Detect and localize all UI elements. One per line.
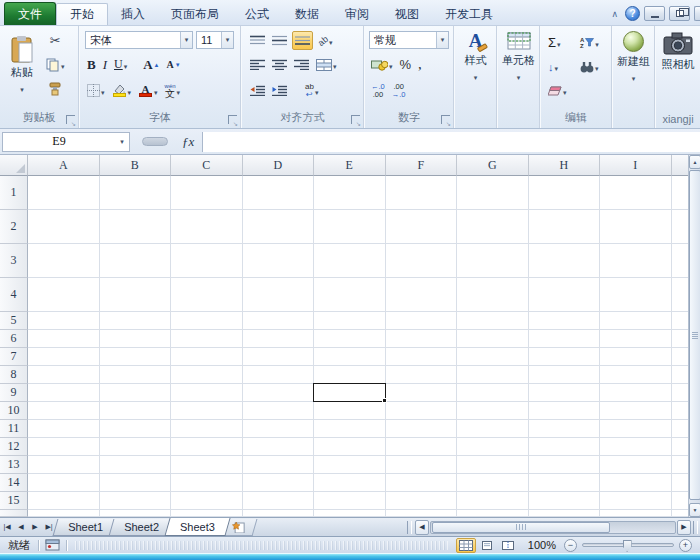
cell-partial[interactable] <box>529 510 601 517</box>
horizontal-scroll-thumb[interactable] <box>432 522 610 533</box>
cell-G12[interactable] <box>457 438 529 456</box>
cell-D9[interactable] <box>243 384 315 402</box>
cell-H7[interactable] <box>529 348 601 366</box>
scroll-up-button[interactable]: ▲ <box>689 155 700 169</box>
tab-view[interactable]: 视图 <box>382 3 432 25</box>
zoom-in-button[interactable]: + <box>679 539 692 552</box>
collapse-ribbon-icon[interactable]: ∧ <box>608 9 621 19</box>
cell-B5[interactable] <box>100 312 172 330</box>
cell-A6[interactable] <box>28 330 100 348</box>
cell-A10[interactable] <box>28 402 100 420</box>
cell-F1[interactable] <box>386 176 458 210</box>
cell-E4[interactable] <box>314 278 386 312</box>
cell-G11[interactable] <box>457 420 529 438</box>
row-header-8[interactable]: 8 <box>0 366 28 384</box>
cell-E8[interactable] <box>314 366 386 384</box>
chevron-down-icon[interactable] <box>180 32 192 48</box>
camera-button[interactable]: 照相机 <box>656 26 700 120</box>
row-header-9[interactable]: 9 <box>0 384 28 402</box>
cell-D5[interactable] <box>243 312 315 330</box>
cell-H5[interactable] <box>529 312 601 330</box>
clipboard-dialog-launcher[interactable] <box>66 115 75 124</box>
cell-G9[interactable] <box>457 384 529 402</box>
cell-B4[interactable] <box>100 278 172 312</box>
row-header-7[interactable]: 7 <box>0 348 28 366</box>
select-all-corner[interactable] <box>0 155 28 176</box>
row-header-12[interactable]: 12 <box>0 438 28 456</box>
cell-partial[interactable] <box>100 510 172 517</box>
row-header-13[interactable]: 13 <box>0 456 28 474</box>
row-header-4[interactable]: 4 <box>0 278 28 312</box>
cell-G13[interactable] <box>457 456 529 474</box>
cell-C15[interactable] <box>171 492 243 510</box>
row-header-10[interactable]: 10 <box>0 402 28 420</box>
cell-I12[interactable] <box>600 438 672 456</box>
cell-partial[interactable] <box>171 510 243 517</box>
cell-E10[interactable] <box>314 402 386 420</box>
cell-E12[interactable] <box>314 438 386 456</box>
cell-F13[interactable] <box>386 456 458 474</box>
tab-formulas[interactable]: 公式 <box>232 3 282 25</box>
minimize-button[interactable] <box>644 6 665 21</box>
cell-C2[interactable] <box>171 210 243 244</box>
cell-B6[interactable] <box>100 330 172 348</box>
cell-I1[interactable] <box>600 176 672 210</box>
cell-E5[interactable] <box>314 312 386 330</box>
cell-C12[interactable] <box>171 438 243 456</box>
paste-button[interactable]: 粘贴 <box>3 30 41 122</box>
cell-B10[interactable] <box>100 402 172 420</box>
cell-F3[interactable] <box>386 244 458 278</box>
cell-E3[interactable] <box>314 244 386 278</box>
cell-I4[interactable] <box>600 278 672 312</box>
scroll-right-button[interactable]: ▶ <box>677 520 691 535</box>
cell-E1[interactable] <box>314 176 386 210</box>
row-header-14[interactable]: 14 <box>0 474 28 492</box>
cell-D13[interactable] <box>243 456 315 474</box>
cell-D8[interactable] <box>243 366 315 384</box>
column-header-A[interactable]: A <box>28 155 100 176</box>
cell-A1[interactable] <box>28 176 100 210</box>
copy-button[interactable] <box>44 55 67 74</box>
cell-H3[interactable] <box>529 244 601 278</box>
cell-C14[interactable] <box>171 474 243 492</box>
cell-B7[interactable] <box>100 348 172 366</box>
cell-C7[interactable] <box>171 348 243 366</box>
cell-partial[interactable] <box>457 510 529 517</box>
zoom-slider-track[interactable] <box>582 543 674 547</box>
cell-A7[interactable] <box>28 348 100 366</box>
cell-F8[interactable] <box>386 366 458 384</box>
previous-sheet-button[interactable]: ◀ <box>14 520 28 535</box>
cell-G10[interactable] <box>457 402 529 420</box>
restore-button[interactable] <box>669 6 690 21</box>
cell-G14[interactable] <box>457 474 529 492</box>
first-sheet-button[interactable]: |◀ <box>0 520 14 535</box>
cell-F15[interactable] <box>386 492 458 510</box>
borders-button[interactable] <box>85 81 107 100</box>
cell-C3[interactable] <box>171 244 243 278</box>
vertical-scroll-thumb[interactable] <box>689 170 700 500</box>
cell-G8[interactable] <box>457 366 529 384</box>
cell-H15[interactable] <box>529 492 601 510</box>
name-box[interactable]: E9 <box>2 132 130 152</box>
cell-E9[interactable] <box>314 384 386 402</box>
cell-partial[interactable] <box>386 510 458 517</box>
increase-decimal-button[interactable]: ←.0 .00 <box>369 81 387 100</box>
cell-partial[interactable] <box>28 510 100 517</box>
cell-I5[interactable] <box>600 312 672 330</box>
cell-H14[interactable] <box>529 474 601 492</box>
comma-style-button[interactable]: , <box>416 55 424 74</box>
cell-G3[interactable] <box>457 244 529 278</box>
formula-input[interactable] <box>202 132 700 152</box>
cell-E11[interactable] <box>314 420 386 438</box>
cell-B15[interactable] <box>100 492 172 510</box>
horizontal-scroll-track[interactable] <box>430 521 676 534</box>
cell-B8[interactable] <box>100 366 172 384</box>
cell-F5[interactable] <box>386 312 458 330</box>
cell-A9[interactable] <box>28 384 100 402</box>
italic-button[interactable]: I <box>101 55 109 74</box>
bottom-align-button[interactable] <box>292 31 313 50</box>
middle-align-button[interactable] <box>270 31 289 50</box>
cell-H6[interactable] <box>529 330 601 348</box>
font-dialog-launcher[interactable] <box>228 115 237 124</box>
sort-filter-button[interactable]: AZ <box>578 33 601 52</box>
